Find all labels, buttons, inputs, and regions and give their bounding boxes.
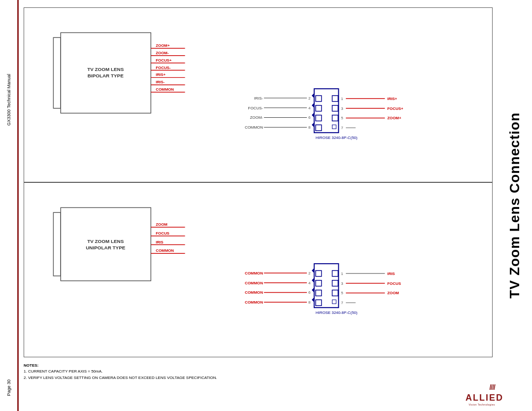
top-diagram-svg: TV ZOOM LENS BIPOLAR TYPE ZOOM+ ZOOM- FO… <box>24 8 492 182</box>
svg-rect-82 <box>316 290 322 296</box>
notes-text: NOTES: 1. CURRENT CAPACITY PER AXIS = 50… <box>24 363 493 381</box>
top-diagram: TV ZOOM LENS BIPOLAR TYPE ZOOM+ ZOOM- FO… <box>24 7 493 182</box>
svg-rect-83 <box>316 300 322 306</box>
svg-text:4: 4 <box>308 281 311 285</box>
svg-text:TV ZOOM LENS: TV ZOOM LENS <box>87 239 124 244</box>
svg-text:COMMON: COMMON <box>245 300 263 305</box>
svg-text:ZOOM: ZOOM <box>387 291 399 295</box>
svg-marker-100 <box>312 268 314 273</box>
svg-text:COMMON: COMMON <box>245 271 263 275</box>
svg-rect-84 <box>332 271 338 276</box>
svg-text:COMMON: COMMON <box>245 125 263 130</box>
svg-text:UNIPOLAR TYPE: UNIPOLAR TYPE <box>86 245 126 250</box>
bottom-diagram: TV ZOOM LENS UNIPOLAR TYPE ZOOM FOCUS IR… <box>24 182 493 357</box>
svg-text:3: 3 <box>341 281 343 286</box>
notes-title: NOTES: <box>24 363 38 368</box>
svg-text:COMMON: COMMON <box>245 290 263 295</box>
svg-marker-52 <box>312 103 314 108</box>
svg-rect-34 <box>316 125 322 131</box>
svg-rect-37 <box>332 115 338 121</box>
main-content: TV ZOOM LENS BIPOLAR TYPE ZOOM+ ZOOM- FO… <box>19 0 498 411</box>
svg-text:FOCUS: FOCUS <box>156 231 169 236</box>
logo-sub: Vision Technologies <box>466 403 495 406</box>
svg-text:2: 2 <box>308 271 310 275</box>
svg-text:5: 5 <box>341 116 343 120</box>
notes-section: NOTES: 1. CURRENT CAPACITY PER AXIS = 50… <box>24 363 493 381</box>
svg-rect-85 <box>332 280 338 286</box>
svg-text:FOCUS-: FOCUS- <box>156 66 171 70</box>
svg-text:1: 1 <box>341 272 343 276</box>
svg-text:7: 7 <box>341 301 343 305</box>
svg-marker-53 <box>312 113 314 118</box>
svg-text:2: 2 <box>308 96 310 101</box>
svg-text:IRIS-: IRIS- <box>254 96 263 101</box>
svg-rect-31 <box>316 96 322 102</box>
svg-text:FOCUS-: FOCUS- <box>248 106 264 110</box>
svg-text:HIROSE 3240-8P-C(50): HIROSE 3240-8P-C(50) <box>316 136 358 140</box>
svg-text:IRIS+: IRIS+ <box>156 72 166 77</box>
svg-text:IRIS-: IRIS- <box>156 80 165 84</box>
svg-marker-51 <box>312 93 314 98</box>
svg-text:4: 4 <box>308 106 311 110</box>
sidebar-bottom-text: Page 30 <box>6 379 11 396</box>
svg-text:HIROSE 3240-8P-C(50): HIROSE 3240-8P-C(50) <box>316 310 358 315</box>
svg-rect-56 <box>61 207 151 280</box>
svg-rect-0 <box>53 37 61 108</box>
sidebar-top-text: GX3300 Technical Manual <box>6 74 11 126</box>
logo-lines-icon: //// <box>489 383 495 391</box>
svg-text:FOCUS+: FOCUS+ <box>387 106 403 111</box>
svg-text:COMMON: COMMON <box>156 248 174 253</box>
svg-marker-101 <box>312 278 314 283</box>
svg-text:ZOOM+: ZOOM+ <box>387 116 401 120</box>
svg-text:FOCUS: FOCUS <box>387 281 401 286</box>
bottom-diagram-svg: TV ZOOM LENS UNIPOLAR TYPE ZOOM FOCUS IR… <box>24 183 492 357</box>
svg-marker-102 <box>312 288 314 293</box>
note-item-1: 1. CURRENT CAPACITY PER AXIS = 50mA. <box>24 369 102 374</box>
svg-text:FOCUS+: FOCUS+ <box>156 58 172 63</box>
svg-text:8: 8 <box>308 300 311 305</box>
right-title: TV Zoom Lens Connection <box>498 0 532 411</box>
svg-text:6: 6 <box>308 290 311 295</box>
svg-rect-81 <box>316 280 322 286</box>
svg-text:5: 5 <box>341 291 343 295</box>
svg-rect-36 <box>332 105 338 111</box>
svg-rect-35 <box>332 96 338 102</box>
logo-area: //// ALLIED Vision Technologies <box>466 383 495 406</box>
svg-text:ZOOM-: ZOOM- <box>156 51 169 55</box>
svg-text:3: 3 <box>341 106 343 111</box>
svg-text:1: 1 <box>341 97 343 101</box>
svg-text:ZOOM+: ZOOM+ <box>156 43 170 48</box>
logo-name: ALLIED <box>466 393 495 403</box>
page-title: TV Zoom Lens Connection <box>507 112 523 299</box>
svg-text:6: 6 <box>308 115 311 120</box>
svg-rect-86 <box>332 290 338 296</box>
svg-marker-54 <box>312 122 314 127</box>
svg-text:ZOOM: ZOOM <box>156 222 167 227</box>
svg-text:BIPOLAR TYPE: BIPOLAR TYPE <box>88 73 124 78</box>
svg-text:ZOOM-: ZOOM- <box>250 115 264 120</box>
svg-rect-32 <box>316 105 322 111</box>
svg-rect-33 <box>316 115 322 121</box>
svg-text:COMMON: COMMON <box>156 87 174 92</box>
svg-text:TV ZOOM LENS: TV ZOOM LENS <box>87 67 124 72</box>
svg-rect-80 <box>316 271 322 276</box>
svg-marker-103 <box>312 297 314 302</box>
svg-text:7: 7 <box>341 126 343 130</box>
svg-rect-87 <box>332 300 336 304</box>
note-item-2: 2. VERIFY LENS VOLTAGE SETTING ON CAMERA… <box>24 376 217 380</box>
svg-text:8: 8 <box>308 125 311 130</box>
svg-text:IRIS+: IRIS+ <box>387 97 397 101</box>
svg-text:IRIS: IRIS <box>387 272 395 276</box>
svg-text:COMMON: COMMON <box>245 281 263 285</box>
page-container: GX3300 Technical Manual Page 30 TV Zoom … <box>0 0 532 411</box>
svg-rect-55 <box>53 212 61 276</box>
svg-text:IRIS: IRIS <box>156 240 163 244</box>
svg-rect-38 <box>332 125 336 129</box>
left-sidebar: GX3300 Technical Manual Page 30 <box>0 0 19 411</box>
